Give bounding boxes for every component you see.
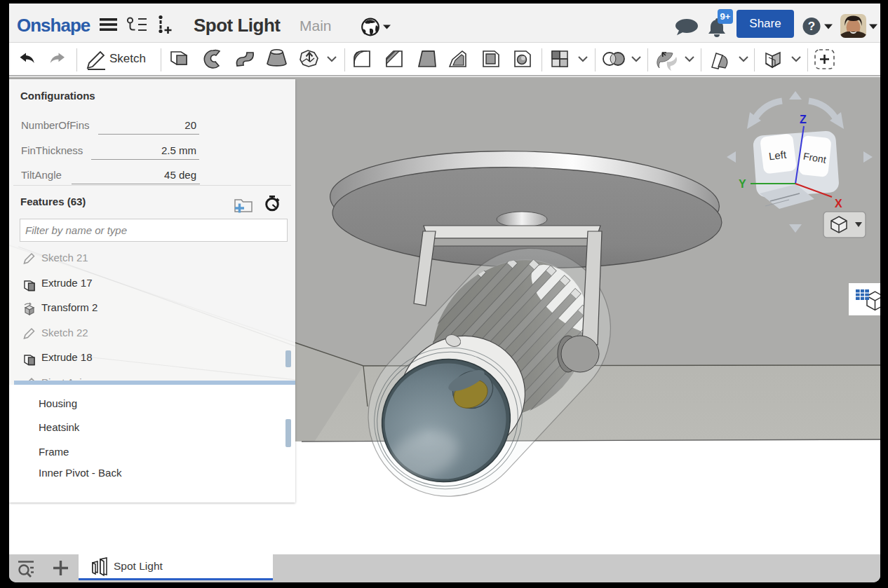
svg-text:Left: Left (768, 149, 788, 163)
svg-text:?: ? (808, 20, 815, 33)
svg-text:Z: Z (800, 114, 807, 125)
svg-text:X: X (835, 198, 842, 210)
svg-text:9+: 9+ (720, 11, 731, 22)
svg-text:Y: Y (739, 178, 746, 190)
